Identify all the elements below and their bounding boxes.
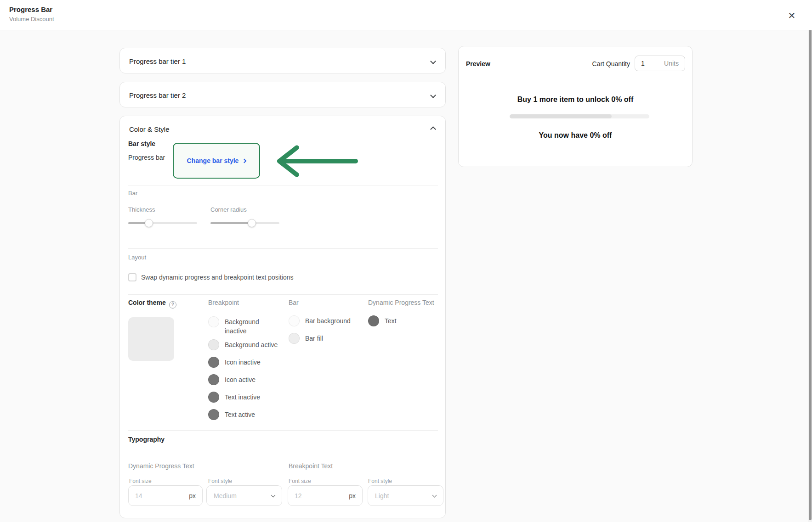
annotation-arrow-left-icon (276, 144, 363, 180)
scrollbar-track (808, 0, 812, 522)
color-row-icon-inactive: Icon inactive (208, 357, 261, 368)
color-swatch[interactable] (368, 315, 379, 326)
dynamic-progress-column-header: Dynamic Progress Text (368, 299, 434, 306)
chevron-down-icon (271, 493, 276, 497)
preview-footline: You now have 0% off (459, 131, 692, 140)
dynamic-progress-text-group-label: Dynamic Progress Text (128, 462, 194, 470)
corner-radius-slider[interactable] (210, 219, 279, 227)
color-theme-swatch[interactable] (128, 317, 174, 361)
change-bar-style-label: Change bar style (187, 157, 239, 164)
font-style-label: Font style (208, 478, 232, 484)
swap-positions-label: Swap dynamic progress and breakpoint tex… (141, 274, 294, 281)
modal-header: Progress Bar Volume Discount ✕ (0, 0, 812, 30)
accordion-tier-1-header[interactable]: Progress bar tier 1 (120, 48, 445, 74)
accordion-tier-1: Progress bar tier 1 (119, 48, 446, 73)
breakpoint-column-header: Breakpoint (208, 299, 239, 306)
chevron-down-icon (431, 57, 435, 65)
font-size-label: Font size (129, 478, 152, 484)
typography-title: Typography (128, 436, 165, 443)
accordion-color-style: Color & Style Bar style Progress bar Cha… (119, 116, 446, 518)
cart-quantity-input[interactable] (641, 60, 655, 67)
page-title: Progress Bar (9, 6, 52, 13)
breakpoint-text-group-label: Breakpoint Text (289, 462, 333, 470)
chevron-up-icon (431, 125, 435, 133)
color-theme-title: Color theme? (128, 299, 176, 309)
divider (128, 430, 438, 431)
bar-section-title: Bar (128, 190, 137, 196)
breakpoint-font-style-value: Light (375, 492, 389, 500)
color-row-background-active: Background active (208, 339, 278, 350)
color-swatch[interactable] (208, 357, 219, 368)
corner-radius-slider-thumb[interactable] (248, 219, 256, 227)
preview-title: Preview (466, 60, 490, 67)
px-unit-label: px (189, 492, 196, 500)
thickness-label: Thickness (128, 206, 155, 213)
color-swatch[interactable] (208, 374, 219, 385)
color-swatch[interactable] (289, 333, 300, 344)
dynamic-font-style-select[interactable]: Medium (206, 485, 282, 506)
accordion-tier-1-label: Progress bar tier 1 (129, 57, 186, 65)
color-label: Text active (225, 409, 255, 419)
swap-positions-row: Swap dynamic progress and breakpoint tex… (128, 273, 294, 281)
dynamic-font-size-field[interactable]: px (128, 485, 203, 506)
color-row-bar-fill: Bar fill (289, 333, 323, 344)
cart-quantity-field[interactable]: Units (635, 56, 685, 71)
color-label: Text inactive (225, 392, 260, 402)
color-swatch[interactable] (208, 392, 219, 403)
preview-headline: Buy 1 more item to unlock 0% off (459, 95, 692, 104)
font-size-label: Font size (289, 478, 311, 484)
color-swatch[interactable] (208, 409, 219, 420)
dynamic-font-size-input[interactable] (135, 492, 189, 500)
accordion-tier-2-label: Progress bar tier 2 (129, 91, 186, 99)
color-label: Icon active (225, 374, 256, 384)
close-icon[interactable]: ✕ (785, 9, 798, 22)
breakpoint-font-size-input[interactable] (295, 492, 349, 500)
units-label: Units (664, 60, 679, 67)
px-unit-label: px (349, 492, 356, 500)
color-swatch[interactable] (289, 315, 300, 326)
accordion-color-style-header[interactable]: Color & Style (120, 116, 445, 142)
thickness-slider-thumb[interactable] (145, 219, 153, 227)
preview-progress-bar (510, 114, 649, 118)
accordion-tier-2-header[interactable]: Progress bar tier 2 (120, 82, 445, 108)
color-swatch[interactable] (208, 339, 219, 350)
chevron-down-icon (432, 493, 437, 497)
font-style-label: Font style (368, 478, 392, 484)
bar-style-current-value: Progress bar (128, 154, 165, 161)
layout-section-title: Layout (128, 254, 146, 261)
color-label: Text (385, 315, 397, 326)
color-label: Icon inactive (225, 357, 261, 367)
help-icon[interactable]: ? (169, 301, 176, 309)
preview-card: Preview Cart Quantity Units Buy 1 more i… (458, 46, 693, 167)
change-bar-style-button[interactable]: Change bar style (173, 143, 260, 179)
color-row-icon-active: Icon active (208, 374, 256, 385)
accordion-color-style-label: Color & Style (129, 125, 170, 133)
color-swatch[interactable] (208, 316, 219, 327)
breakpoint-font-size-field[interactable]: px (288, 485, 363, 506)
color-label: Bar background (305, 315, 351, 326)
swap-positions-checkbox[interactable] (128, 273, 136, 281)
color-label: Bar fill (305, 333, 323, 343)
divider (128, 185, 438, 185)
chevron-right-icon (242, 158, 247, 163)
accordion-tier-2: Progress bar tier 2 (119, 82, 446, 107)
chevron-down-icon (431, 91, 435, 99)
color-label: Background inactive (225, 316, 275, 336)
divider (128, 294, 438, 295)
color-row-background-inactive: Background inactive (208, 316, 282, 336)
color-row-bar-background: Bar background (289, 315, 351, 326)
bar-column-header: Bar (289, 299, 299, 306)
bar-style-label: Bar style (128, 140, 155, 147)
dynamic-font-style-value: Medium (214, 492, 237, 500)
page-subtitle: Volume Discount (9, 16, 54, 22)
color-row-text-active: Text active (208, 409, 255, 420)
cart-quantity-label: Cart Quantity (592, 60, 630, 67)
scrollbar-thumb[interactable] (809, 1, 812, 520)
preview-progress-fill (510, 114, 612, 118)
thickness-slider[interactable] (128, 219, 197, 227)
color-row-dynamic-text: Text (368, 315, 397, 326)
divider (128, 248, 438, 249)
corner-radius-label: Corner radius (210, 206, 247, 213)
color-label: Background active (225, 339, 278, 349)
breakpoint-font-style-select[interactable]: Light (368, 485, 443, 506)
